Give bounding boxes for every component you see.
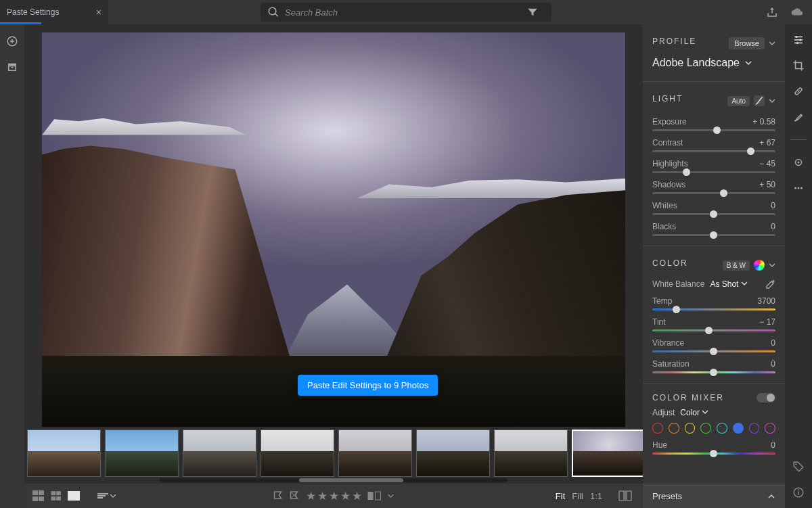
main-preview[interactable] [42,32,625,427]
heal-icon[interactable] [792,85,805,97]
chevron-down-icon [741,280,748,287]
auto-button[interactable]: Auto [727,96,750,106]
saturation-slider[interactable]: Saturation0 [652,359,775,373]
swatch-4[interactable] [717,423,727,434]
flag-reject-icon[interactable] [290,490,300,501]
search-input[interactable]: Search Batch [261,3,551,22]
target-icon[interactable] [792,156,805,168]
svg-rect-7 [627,491,631,501]
color-wheel-icon[interactable] [754,260,765,271]
zoom-controls[interactable]: Fit Fill 1:1 [556,491,602,501]
swatch-7[interactable] [765,423,775,434]
vibrance-slider[interactable]: Vibrance0 [652,338,775,352]
crop-icon[interactable] [792,60,805,72]
svg-rect-2 [9,66,16,71]
more-icon[interactable] [792,182,805,194]
flag-pick-icon[interactable] [273,490,284,501]
svg-point-17 [800,187,803,189]
tag-icon[interactable] [792,461,805,473]
tone-curve-icon[interactable] [754,95,765,106]
zoom-fill[interactable]: Fill [572,491,583,501]
compare-icon[interactable] [618,490,632,501]
chevron-down-icon[interactable] [769,97,775,104]
svg-point-21 [798,489,799,490]
chevron-down-icon[interactable] [769,40,775,47]
adjust-select[interactable]: Color [680,408,708,417]
wb-select[interactable]: As Shot [710,279,747,289]
share-icon[interactable] [766,6,778,18]
filter-icon[interactable] [526,6,539,18]
archive-icon[interactable] [6,61,18,73]
chevron-down-icon[interactable] [769,262,775,269]
thumbnail[interactable] [183,430,256,477]
svg-point-18 [795,463,796,465]
thumbnail[interactable] [572,430,646,477]
hue-slider[interactable]: Hue0 [652,440,775,455]
swatch-1[interactable] [669,423,679,434]
color-swatches [652,423,775,434]
chevron-down-icon[interactable] [388,492,394,499]
adjust-label: Adjust [652,408,675,417]
info-icon[interactable] [792,486,805,499]
eyedropper-icon[interactable] [765,279,775,290]
sliders-icon[interactable] [792,34,805,46]
close-tab-icon[interactable]: × [96,7,102,18]
filmstrip [24,427,643,484]
grid-small-icon[interactable] [51,491,63,501]
bottom-bar: ★★★★★ Fit Fill 1:1 [24,484,643,508]
thumbnail[interactable] [416,430,490,477]
sort-button[interactable] [97,492,116,499]
swatch-0[interactable] [652,423,663,434]
highlights-slider[interactable]: Highlights− 45 [652,159,775,173]
exposure-slider[interactable]: Exposure+ 0.58 [652,117,775,131]
svg-rect-20 [798,492,799,495]
swatch-3[interactable] [700,423,711,434]
profile-select[interactable]: Adobe Landscape [652,57,775,69]
color-heading: COLOR [652,258,688,268]
single-view-icon[interactable] [68,491,80,501]
before-after-icon[interactable] [367,491,382,501]
swatch-5[interactable] [733,423,744,434]
bw-button[interactable]: B & W [723,260,750,271]
svg-point-11 [796,42,798,44]
chevron-down-icon [702,409,708,415]
document-tab[interactable]: Paste Settings × [0,0,108,24]
swatch-2[interactable] [685,423,696,434]
zoom-fit[interactable]: Fit [556,491,565,501]
thumbnail[interactable] [338,430,412,477]
filmstrip-scrollbar[interactable] [160,478,508,484]
search-placeholder: Search Batch [285,7,338,18]
add-icon[interactable] [6,35,18,47]
top-right [526,6,805,18]
thumbnail[interactable] [105,430,179,477]
brush-icon[interactable] [792,111,805,123]
thumbnail[interactable] [494,430,568,477]
mixer-toggle[interactable] [757,393,775,402]
left-toolbar [0,24,24,508]
grid-large-icon[interactable] [32,490,46,501]
top-bar: Paste Settings × Search Batch [0,0,812,24]
thumbnail[interactable] [27,430,101,477]
contrast-slider[interactable]: Contrast+ 67 [652,138,775,152]
thumbnail[interactable] [261,430,334,477]
svg-rect-5 [376,492,381,500]
svg-rect-1 [8,64,16,66]
svg-rect-4 [368,492,374,500]
swatch-6[interactable] [749,423,760,434]
cloud-icon[interactable] [789,6,805,18]
tint-slider[interactable]: Tint− 17 [652,317,775,331]
search-icon [267,6,279,18]
temp-slider[interactable]: Temp3700 [652,296,775,310]
svg-point-10 [800,39,802,41]
presets-button[interactable]: Presets [643,484,785,508]
whites-slider[interactable]: Whites0 [652,201,775,215]
svg-rect-3 [12,67,14,68]
light-heading: LIGHT [652,94,683,103]
zoom-one[interactable]: 1:1 [590,491,602,501]
profile-heading: PROFILE [652,37,696,46]
paste-tooltip: Paste Edit Settings to 9 Photos [298,375,438,396]
browse-profiles-button[interactable]: Browse [729,37,765,49]
shadows-slider[interactable]: Shadows+ 50 [652,180,775,194]
blacks-slider[interactable]: Blacks0 [652,222,775,236]
rating-stars[interactable]: ★★★★★ [306,489,362,503]
